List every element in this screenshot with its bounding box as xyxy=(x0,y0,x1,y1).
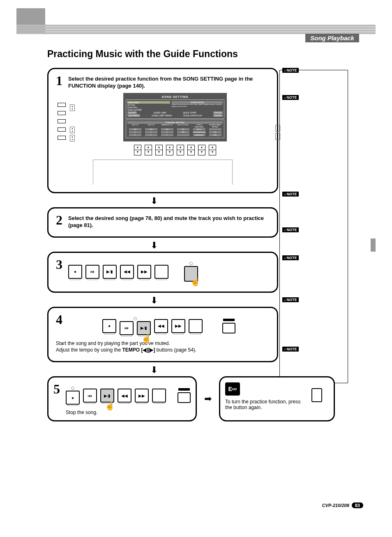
step-number: 3 xyxy=(56,258,68,271)
up-down-button: ▲▼ xyxy=(187,145,195,155)
channel-row: 1 1 1 OFF INTERNATIONAL ON xyxy=(127,131,223,134)
step-caption: Stop the song. xyxy=(66,410,191,415)
play-pause-button: ▶/▮ ☝ xyxy=(137,321,151,335)
up-down-button: ▲▼ xyxy=(155,145,163,155)
indicator-led-icon xyxy=(134,317,137,320)
step-3-box: 3 ● ⏮ ▶/▮ ◀◀ ▶▶ ☝ xyxy=(47,252,278,293)
guide-indicator xyxy=(178,388,191,403)
arrow-right-icon: ➡ xyxy=(204,393,212,404)
top-button: ⏮ xyxy=(120,321,134,335)
arrow-down-icon: ⬇ xyxy=(47,241,261,250)
up-down-arrow-icon: ▲▼ xyxy=(275,125,280,132)
header-bands xyxy=(16,25,376,35)
blank-button xyxy=(154,265,168,279)
ff-button: ▶▶ xyxy=(137,265,151,279)
lcd-side-button xyxy=(58,136,66,140)
hand-pointer-icon: ☝ xyxy=(105,401,115,411)
guide-button-area: ☝ xyxy=(184,262,198,282)
arrow-down-icon: ⬇ xyxy=(47,366,261,375)
footer: CVP-210/208 83 xyxy=(322,502,363,508)
rew-button: ◀◀ xyxy=(118,389,131,403)
channel-row: OFF OFF OFF ON AUTO xyxy=(127,128,223,131)
step-5-row: 5 ● ⏮ ▶/▮ ☝ ◀◀ ▶▶ xyxy=(47,376,335,421)
lcd-label: SONG CHAIN PLAY xyxy=(183,114,202,117)
lcd-side-button xyxy=(58,119,66,123)
rew-button: ◀◀ xyxy=(154,319,168,333)
step-number: 5 xyxy=(53,382,66,396)
lcd-side-button xyxy=(58,111,66,115)
step-instruction: Select the desired practice function fro… xyxy=(68,76,270,90)
lcd-on-off: ON/OFF xyxy=(127,111,137,114)
channel-row: 2 2 2 JAPANESE OFF xyxy=(127,134,223,137)
top-button: ⏮ xyxy=(85,265,99,279)
page-number: 83 xyxy=(352,502,363,508)
up-down-arrow-icon: ▲▼ xyxy=(70,127,75,133)
blank-button xyxy=(189,319,203,333)
guide-button: ☝ xyxy=(184,266,198,282)
arrow-down-icon: ⬇ xyxy=(47,296,261,305)
lcd-arrow-buttons-right: ▲▼ ▲▼ xyxy=(275,104,280,140)
blank-button xyxy=(152,389,166,403)
guide-button-area xyxy=(311,387,322,402)
up-down-arrow-icon: ▲▼ xyxy=(275,133,280,140)
model-label: CVP-210/208 xyxy=(322,503,349,508)
channel-headers: TRK2 CH TRK1 CH HARMONY CH AUTO CH SET L… xyxy=(127,124,223,128)
play-pause-button: ▶/▮ xyxy=(103,265,117,279)
step-number: 1 xyxy=(56,74,68,87)
side-thumb-tab xyxy=(371,238,376,252)
step-2-box: 2 Select the desired song (page 78, 80) … xyxy=(47,207,278,238)
step-description: Start the song and try playing the part … xyxy=(56,340,270,354)
rec-button: ● xyxy=(68,265,82,279)
step-instruction: Select the desired song (page 78, 80) an… xyxy=(68,215,270,229)
ff-button: ▶▶ xyxy=(135,389,149,403)
lcd-label: QUICK START xyxy=(183,111,196,114)
end-text: To turn the practice function, press the… xyxy=(225,399,307,410)
page-title: Practicing Music with the Guide Function… xyxy=(47,49,238,60)
lcd-option: Vocal CueTIME xyxy=(127,109,170,111)
rec-button: ● xyxy=(102,319,116,333)
lcd-just-next: JUST/NEXT xyxy=(127,114,140,117)
up-down-arrow-icon: ▲▼ xyxy=(70,104,75,111)
lcd-title: SONG SETTING xyxy=(126,95,224,98)
rec-button: ● xyxy=(66,391,80,405)
lcd-side-button xyxy=(58,103,66,107)
play-pause-button: ▶/▮ ☝ xyxy=(100,389,114,403)
up-down-button: ▲▼ xyxy=(177,145,184,155)
lcd-screen: SONG SETTING Follow Lights Any Key Karao… xyxy=(123,93,227,141)
step-number: 2 xyxy=(56,213,68,227)
step-5-box: 5 ● ⏮ ▶/▮ ☝ ◀◀ ▶▶ xyxy=(47,376,197,421)
rew-button: ◀◀ xyxy=(120,265,134,279)
top-button: ⏮ xyxy=(83,389,97,403)
lcd-side-button xyxy=(58,127,66,132)
connector-line xyxy=(93,160,233,185)
up-down-arrow-icon: ▲▼ xyxy=(70,135,75,141)
lcd-on-off: ON/OFF xyxy=(213,114,223,117)
lcd-arrow-buttons-left: ▲▼ ▲▼ ▲▼ xyxy=(70,104,75,141)
lcd-description: Guide lamp indicates the next note to pl… xyxy=(172,104,223,108)
hand-pointer-icon: ☝ xyxy=(141,333,152,343)
arrow-down-icon: ⬇ xyxy=(47,197,261,206)
step-number: 4 xyxy=(56,313,68,326)
lcd-on-off: ON/OFF xyxy=(213,111,223,114)
up-down-button: ▲▼ xyxy=(198,145,205,155)
up-down-button: ▲▼ xyxy=(134,145,141,155)
guide-indicator xyxy=(222,319,235,333)
transport-area: ● ⏮ ▶/▮ ◀◀ ▶▶ xyxy=(68,265,168,279)
lcd-label: GUIDE LAMP TIMING xyxy=(152,114,172,117)
end-box: END To turn the practice function, press… xyxy=(219,376,335,421)
lcd-side-buttons-outer xyxy=(58,103,66,140)
indicator-led-icon xyxy=(189,262,193,265)
content-area: 1 Select the desired practice function f… xyxy=(47,68,335,421)
ff-button: ▶▶ xyxy=(171,319,185,333)
hand-pointer-icon: ☝ xyxy=(190,277,201,287)
step-4-box: 4 ● ⏮ ▶/▮ ☝ ◀◀ ▶▶ xyxy=(47,307,278,363)
up-down-button: ▲▼ xyxy=(166,145,173,155)
up-down-button: ▲▼ xyxy=(209,145,216,155)
lcd-label: GUIDE LAMP xyxy=(154,111,166,114)
chapter-title: Song Playback xyxy=(305,34,359,42)
indicator-led-icon xyxy=(71,387,74,390)
step-1-box: 1 Select the desired practice function f… xyxy=(47,68,278,193)
up-down-button: ▲▼ xyxy=(145,145,152,155)
end-icon: END xyxy=(225,382,240,396)
button-row: ▲▼ ▲▼ ▲▼ ▲▼ ▲▼ ▲▼ ▲▼ ▲▼ xyxy=(81,145,270,155)
